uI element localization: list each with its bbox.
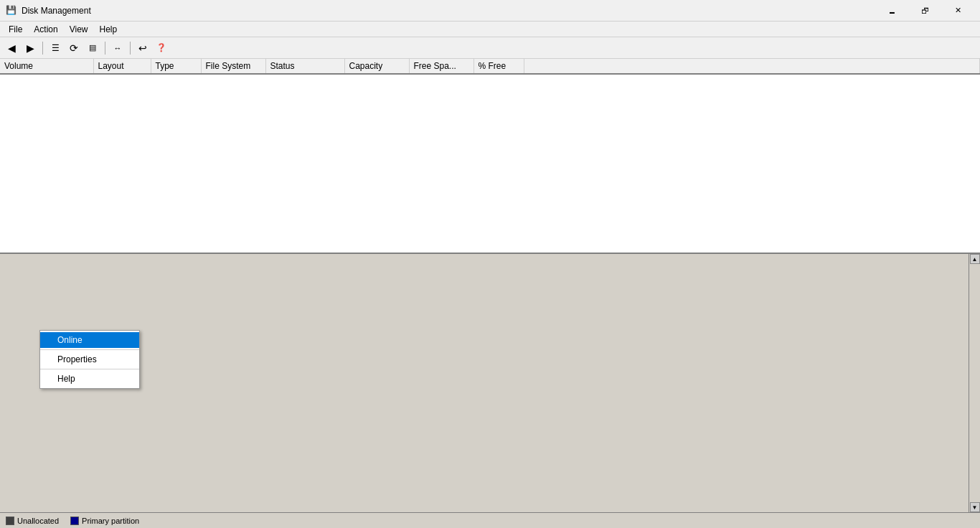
legend-label-primary: Primary partition [82, 517, 139, 525]
legend-bar: Unallocated Primary partition [0, 512, 980, 528]
forward-button[interactable]: ▶ [22, 39, 39, 57]
menu-action[interactable]: Action [28, 23, 63, 36]
minimize-button[interactable]: 🗕 [875, 0, 908, 22]
title-bar: 💾 Disk Management 🗕 🗗 ✕ [0, 0, 980, 22]
scrollbar[interactable]: ▲ ▼ [969, 254, 980, 512]
context-menu-online[interactable]: Online [40, 332, 139, 348]
context-menu-help[interactable]: Help [40, 371, 139, 387]
app-icon: 💾 [6, 5, 17, 16]
toolbar: ◀ ▶ ☰ ⟳ ▤ ↔ ↩ ❓ [0, 37, 980, 59]
table-header-row: Volume Layout Type File System Status Ca… [0, 59, 980, 74]
partition-button[interactable]: ▤ [84, 39, 101, 57]
menu-view[interactable]: View [64, 23, 94, 36]
refresh-button[interactable]: ⟳ [65, 39, 83, 57]
col-header-filesystem[interactable]: File System [201, 59, 265, 74]
disk-list-button[interactable]: ☰ [47, 39, 64, 57]
legend-unallocated: Unallocated [6, 517, 59, 525]
legend-color-unallocated [6, 517, 14, 525]
legend-label-unallocated: Unallocated [17, 517, 59, 525]
scroll-down-btn[interactable]: ▼ [970, 502, 980, 512]
col-header-layout[interactable]: Layout [93, 59, 151, 74]
col-header-type[interactable]: Type [151, 59, 201, 74]
legend-primary: Primary partition [70, 517, 139, 525]
toolbar-sep-2 [105, 42, 105, 55]
menu-file[interactable]: File [3, 23, 28, 36]
scroll-up-btn[interactable]: ▲ [970, 254, 980, 264]
disk-pane[interactable] [0, 254, 969, 512]
col-header-percentfree[interactable]: % Free [473, 59, 524, 74]
legend-color-primary [70, 517, 79, 525]
context-menu-sep [40, 349, 139, 350]
col-header-freespace[interactable]: Free Spa... [409, 59, 473, 74]
col-header-volume[interactable]: Volume [0, 59, 93, 74]
col-header-extra [524, 59, 980, 74]
main-container: Volume Layout Type File System Status Ca… [0, 59, 980, 528]
maximize-button[interactable]: 🗗 [908, 0, 941, 22]
menu-help[interactable]: Help [94, 23, 123, 36]
context-menu-sep-2 [40, 369, 139, 369]
menu-bar: File Action View Help [0, 22, 980, 37]
title-bar-controls: 🗕 🗗 ✕ [875, 0, 974, 22]
undo-button[interactable]: ↩ [134, 39, 151, 57]
title-bar-left: 💾 Disk Management [6, 5, 91, 16]
context-menu[interactable]: Online Properties Help [39, 330, 140, 389]
col-header-status[interactable]: Status [265, 59, 344, 74]
back-button[interactable]: ◀ [3, 39, 20, 57]
help-button[interactable]: ❓ [153, 39, 170, 57]
connect-button[interactable]: ↔ [109, 39, 126, 57]
toolbar-sep-1 [42, 42, 43, 55]
col-header-capacity[interactable]: Capacity [344, 59, 409, 74]
volume-table: Volume Layout Type File System Status Ca… [0, 59, 980, 75]
volume-pane[interactable]: Volume Layout Type File System Status Ca… [0, 59, 980, 254]
context-menu-properties[interactable]: Properties [40, 352, 139, 367]
close-button[interactable]: ✕ [941, 0, 974, 22]
toolbar-sep-3 [130, 42, 131, 55]
title-bar-title: Disk Management [22, 6, 91, 16]
